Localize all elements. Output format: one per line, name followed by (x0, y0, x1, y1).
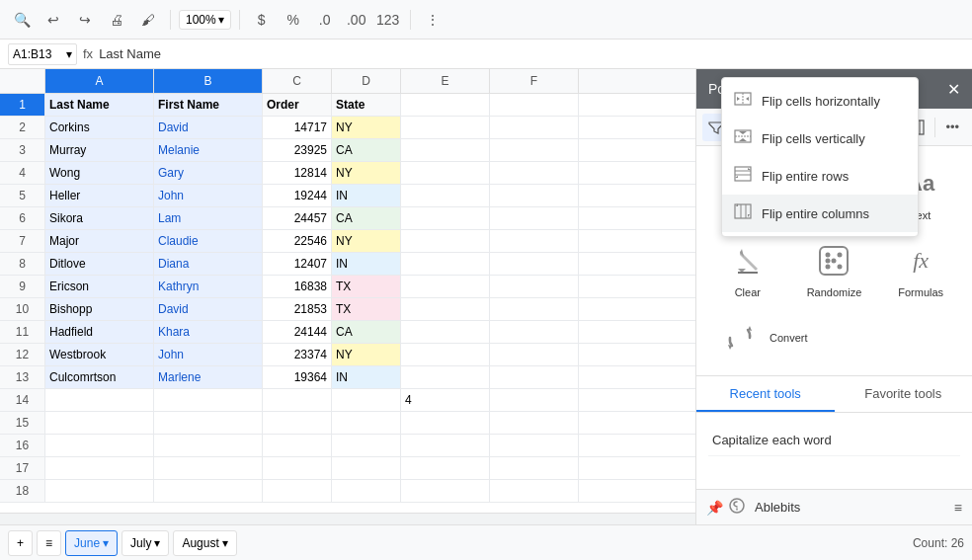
cell-d3[interactable]: CA (332, 139, 401, 161)
cell-d11[interactable]: CA (332, 321, 401, 343)
redo-button[interactable]: ↪ (71, 6, 99, 34)
cell-a11[interactable]: Hadfield (45, 321, 154, 343)
cell-e4[interactable] (401, 162, 490, 184)
cell-d10[interactable]: TX (332, 298, 401, 320)
cell-d12[interactable]: NY (332, 344, 401, 365)
cell-c14[interactable] (263, 389, 332, 411)
cell-b6[interactable]: Lam (154, 207, 263, 229)
cell-b5[interactable]: John (154, 185, 263, 206)
cell-a13[interactable]: Culcomrtson (45, 366, 154, 388)
cell-a16[interactable] (45, 435, 154, 456)
cell-d17[interactable] (332, 457, 401, 479)
undo-button[interactable]: ↩ (40, 6, 67, 34)
increase-decimal-button[interactable]: .00 (343, 6, 370, 34)
cell-b9[interactable]: Kathryn (154, 276, 263, 297)
cell-d18[interactable] (332, 480, 401, 502)
col-header-a[interactable]: A (45, 69, 154, 93)
horizontal-scrollbar[interactable] (0, 513, 695, 524)
cell-b16[interactable] (154, 435, 263, 456)
cell-c1[interactable]: Order (263, 94, 332, 116)
cell-f4[interactable] (490, 162, 579, 184)
cell-reference[interactable]: A1:B13 ▾ (8, 43, 77, 65)
cell-a6[interactable]: Sikora (45, 207, 154, 229)
cell-b15[interactable] (154, 412, 263, 434)
cell-a8[interactable]: Ditlove (45, 253, 154, 275)
cell-e1[interactable] (401, 94, 490, 116)
cell-c6[interactable]: 24457 (263, 207, 332, 229)
cell-f2[interactable] (490, 117, 579, 138)
cell-e5[interactable] (401, 185, 490, 206)
cell-b3[interactable]: Melanie (154, 139, 263, 161)
col-header-e[interactable]: E (401, 69, 490, 93)
cell-e17[interactable] (401, 457, 490, 479)
cell-e7[interactable] (401, 230, 490, 252)
cell-d4[interactable]: NY (332, 162, 401, 184)
cell-c13[interactable]: 19364 (263, 366, 332, 388)
randomize-tool[interactable]: Randomize (791, 231, 878, 308)
decrease-decimal-button[interactable]: .0 (311, 6, 339, 34)
format-paint-button[interactable]: 🖌 (134, 6, 162, 34)
tab-favorite-tools[interactable]: Favorite tools (835, 376, 973, 412)
cell-f18[interactable] (490, 480, 579, 502)
cell-e11[interactable] (401, 321, 490, 343)
cell-f8[interactable] (490, 253, 579, 275)
cell-e3[interactable] (401, 139, 490, 161)
cell-f12[interactable] (490, 344, 579, 365)
cell-c10[interactable]: 21853 (263, 298, 332, 320)
cell-b11[interactable]: Khara (154, 321, 263, 343)
cell-e6[interactable] (401, 207, 490, 229)
sheets-menu-button[interactable]: ≡ (37, 530, 61, 556)
recent-tool-item[interactable]: Capitalize each word (708, 425, 960, 456)
tab-august[interactable]: August ▾ (173, 530, 236, 556)
cell-c11[interactable]: 24144 (263, 321, 332, 343)
currency-button[interactable]: $ (248, 6, 276, 34)
cell-b10[interactable]: David (154, 298, 263, 320)
cell-f10[interactable] (490, 298, 579, 320)
cell-e8[interactable] (401, 253, 490, 275)
cell-a2[interactable]: Corkins (45, 117, 154, 138)
cell-f6[interactable] (490, 207, 579, 229)
add-sheet-button[interactable]: + (8, 530, 33, 556)
cell-e14[interactable]: 4 (401, 389, 490, 411)
cell-d13[interactable]: IN (332, 366, 401, 388)
cell-f14[interactable] (490, 389, 579, 411)
cell-d8[interactable]: IN (332, 253, 401, 275)
cell-f5[interactable] (490, 185, 579, 206)
search-button[interactable]: 🔍 (8, 6, 36, 34)
cell-b1[interactable]: First Name (154, 94, 263, 116)
cell-a14[interactable] (45, 389, 154, 411)
cell-f1[interactable] (490, 94, 579, 116)
cell-d14[interactable] (332, 389, 401, 411)
cell-b7[interactable]: Claudie (154, 230, 263, 252)
cell-a18[interactable] (45, 480, 154, 502)
cell-a7[interactable]: Major (45, 230, 154, 252)
panel-menu-icon[interactable]: ≡ (954, 500, 962, 516)
cell-e2[interactable] (401, 117, 490, 138)
tab-july[interactable]: July ▾ (122, 530, 169, 556)
tab-june[interactable]: June ▾ (65, 530, 118, 556)
cell-c4[interactable]: 12814 (263, 162, 332, 184)
cell-a15[interactable] (45, 412, 154, 434)
percent-button[interactable]: % (280, 6, 307, 34)
cell-b12[interactable]: John (154, 344, 263, 365)
cell-b13[interactable]: Marlene (154, 366, 263, 388)
col-header-b[interactable]: B (154, 69, 263, 93)
cell-a4[interactable]: Wong (45, 162, 154, 184)
cell-b18[interactable] (154, 480, 263, 502)
cell-c16[interactable] (263, 435, 332, 456)
col-header-c[interactable]: C (263, 69, 332, 93)
cell-e16[interactable] (401, 435, 490, 456)
clear-tool[interactable]: Clear (704, 231, 791, 308)
cell-a17[interactable] (45, 457, 154, 479)
cell-f3[interactable] (490, 139, 579, 161)
tab-recent-tools[interactable]: Recent tools (696, 376, 835, 412)
cell-f15[interactable] (490, 412, 579, 434)
more-button[interactable]: ⋮ (419, 6, 446, 34)
cell-f16[interactable] (490, 435, 579, 456)
cell-c17[interactable] (263, 457, 332, 479)
flip-cells-vertically-item[interactable]: Flip cells vertically (722, 120, 918, 157)
flip-entire-columns-item[interactable]: Flip entire columns (722, 195, 918, 232)
help-icon[interactable] (729, 498, 745, 517)
cell-c8[interactable]: 12407 (263, 253, 332, 275)
cell-e12[interactable] (401, 344, 490, 365)
